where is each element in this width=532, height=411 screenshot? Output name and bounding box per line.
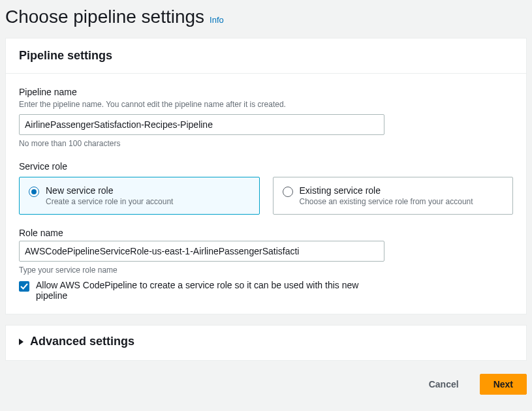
pipeline-settings-panel: Pipeline settings Pipeline name Enter th… xyxy=(5,38,527,314)
radio-new-service-role[interactable]: New service role Create a service role i… xyxy=(19,177,260,215)
panel-title: Pipeline settings xyxy=(19,49,513,63)
pipeline-name-input[interactable] xyxy=(19,114,384,135)
allow-create-role-checkbox[interactable] xyxy=(19,281,29,292)
advanced-settings-toggle[interactable]: Advanced settings xyxy=(5,325,527,361)
radio-subtitle: Create a service role in your account xyxy=(46,197,173,206)
role-name-hint: Type your service role name xyxy=(19,266,513,275)
allow-create-role-label: Allow AWS CodePipeline to create a servi… xyxy=(36,280,375,301)
next-button[interactable]: Next xyxy=(480,374,527,395)
pipeline-name-label: Pipeline name xyxy=(19,87,513,97)
role-name-label: Role name xyxy=(19,228,513,238)
advanced-settings-title: Advanced settings xyxy=(30,335,134,348)
service-role-label: Service role xyxy=(19,161,513,172)
radio-title: New service role xyxy=(46,185,173,196)
role-name-group: Role name Type your service role name xyxy=(19,228,513,275)
radio-existing-service-role[interactable]: Existing service role Choose an existing… xyxy=(273,177,514,215)
allow-create-role-row: Allow AWS CodePipeline to create a servi… xyxy=(19,280,513,301)
pipeline-name-constraint: No more than 100 characters xyxy=(19,139,513,148)
radio-title: Existing service role xyxy=(300,185,473,196)
radio-icon xyxy=(283,187,293,197)
page-title: Choose pipeline settings xyxy=(5,7,204,27)
radio-icon xyxy=(29,187,39,197)
pipeline-name-group: Pipeline name Enter the pipeline name. Y… xyxy=(19,87,513,148)
caret-right-icon xyxy=(19,339,23,345)
role-name-input[interactable] xyxy=(19,241,384,262)
info-link[interactable]: Info xyxy=(210,15,224,25)
check-icon xyxy=(20,282,28,290)
cancel-button[interactable]: Cancel xyxy=(416,374,472,395)
pipeline-name-hint: Enter the pipeline name. You cannot edit… xyxy=(19,100,513,109)
service-role-group: Service role New service role Create a s… xyxy=(19,161,513,215)
radio-subtitle: Choose an existing service role from you… xyxy=(300,197,473,206)
